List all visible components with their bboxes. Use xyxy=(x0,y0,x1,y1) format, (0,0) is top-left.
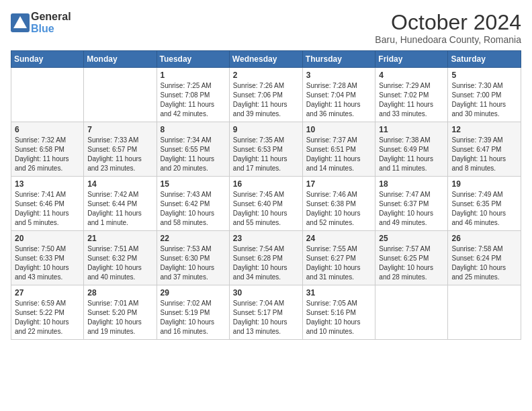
day-info: Sunrise: 7:28 AMSunset: 7:04 PMDaylight:… xyxy=(306,81,372,119)
day-number: 20 xyxy=(15,234,80,243)
calendar-cell: 16Sunrise: 7:45 AMSunset: 6:40 PMDayligh… xyxy=(229,177,302,231)
day-number: 17 xyxy=(306,179,372,189)
day-number: 22 xyxy=(161,234,226,243)
week-row-1: 1Sunrise: 7:25 AMSunset: 7:08 PMDaylight… xyxy=(11,68,521,122)
day-info: Sunrise: 7:32 AMSunset: 6:58 PMDaylight:… xyxy=(15,136,80,173)
title-area: October 2024 Baru, Hunedoara County, Rom… xyxy=(375,11,521,45)
day-info: Sunrise: 7:41 AMSunset: 6:46 PMDaylight:… xyxy=(15,190,80,228)
calendar-cell: 9Sunrise: 7:35 AMSunset: 6:53 PMDaylight… xyxy=(229,122,302,177)
calendar-cell: 20Sunrise: 7:50 AMSunset: 6:33 PMDayligh… xyxy=(11,231,84,285)
day-info: Sunrise: 7:47 AMSunset: 6:37 PMDaylight:… xyxy=(379,190,444,228)
week-row-3: 13Sunrise: 7:41 AMSunset: 6:46 PMDayligh… xyxy=(11,177,521,231)
calendar-cell: 31Sunrise: 7:05 AMSunset: 5:16 PMDayligh… xyxy=(302,285,375,340)
calendar-cell: 29Sunrise: 7:02 AMSunset: 5:19 PMDayligh… xyxy=(157,285,229,340)
day-info: Sunrise: 7:57 AMSunset: 6:25 PMDaylight:… xyxy=(379,244,444,282)
weekday-header-thursday: Thursday xyxy=(302,51,375,68)
day-number: 29 xyxy=(161,288,226,298)
day-info: Sunrise: 7:35 AMSunset: 6:53 PMDaylight:… xyxy=(233,136,299,173)
day-number: 24 xyxy=(306,234,372,243)
day-number: 13 xyxy=(15,179,80,189)
calendar-cell: 13Sunrise: 7:41 AMSunset: 6:46 PMDayligh… xyxy=(11,177,84,231)
calendar-cell: 5Sunrise: 7:30 AMSunset: 7:00 PMDaylight… xyxy=(448,68,521,122)
weekday-header-row: SundayMondayTuesdayWednesdayThursdayFrid… xyxy=(11,51,521,68)
day-info: Sunrise: 7:58 AMSunset: 6:24 PMDaylight:… xyxy=(451,244,517,282)
calendar-cell: 2Sunrise: 7:26 AMSunset: 7:06 PMDaylight… xyxy=(229,68,302,122)
logo-general-text: General xyxy=(31,11,71,23)
calendar-cell: 24Sunrise: 7:55 AMSunset: 6:27 PMDayligh… xyxy=(302,231,375,285)
day-number: 21 xyxy=(87,234,152,243)
weekday-header-tuesday: Tuesday xyxy=(157,51,229,68)
day-number: 1 xyxy=(161,71,226,80)
day-number: 15 xyxy=(161,179,226,189)
day-info: Sunrise: 7:25 AMSunset: 7:08 PMDaylight:… xyxy=(161,81,226,119)
day-number: 10 xyxy=(306,125,372,134)
day-number: 25 xyxy=(379,234,444,243)
calendar-cell: 11Sunrise: 7:38 AMSunset: 6:49 PMDayligh… xyxy=(375,122,448,177)
calendar-cell: 28Sunrise: 7:01 AMSunset: 5:20 PMDayligh… xyxy=(84,285,157,340)
day-info: Sunrise: 7:51 AMSunset: 6:32 PMDaylight:… xyxy=(87,244,152,282)
day-info: Sunrise: 7:43 AMSunset: 6:42 PMDaylight:… xyxy=(161,190,226,228)
calendar-cell: 27Sunrise: 6:59 AMSunset: 5:22 PMDayligh… xyxy=(11,285,84,340)
weekday-header-monday: Monday xyxy=(84,51,157,68)
calendar-cell: 21Sunrise: 7:51 AMSunset: 6:32 PMDayligh… xyxy=(84,231,157,285)
day-number: 12 xyxy=(451,125,517,134)
day-number: 19 xyxy=(451,179,517,189)
day-number: 6 xyxy=(15,125,80,134)
day-number: 16 xyxy=(233,179,299,189)
day-info: Sunrise: 7:49 AMSunset: 6:35 PMDaylight:… xyxy=(451,190,517,228)
day-info: Sunrise: 7:55 AMSunset: 6:27 PMDaylight:… xyxy=(306,244,372,282)
day-info: Sunrise: 7:39 AMSunset: 6:47 PMDaylight:… xyxy=(451,136,517,173)
week-row-5: 27Sunrise: 6:59 AMSunset: 5:22 PMDayligh… xyxy=(11,285,521,340)
day-info: Sunrise: 7:38 AMSunset: 6:49 PMDaylight:… xyxy=(379,136,444,173)
day-info: Sunrise: 7:53 AMSunset: 6:30 PMDaylight:… xyxy=(161,244,226,282)
calendar-cell: 7Sunrise: 7:33 AMSunset: 6:57 PMDaylight… xyxy=(84,122,157,177)
calendar-cell: 30Sunrise: 7:04 AMSunset: 5:17 PMDayligh… xyxy=(229,285,302,340)
header: General Blue October 2024 Baru, Hunedoar… xyxy=(11,11,521,45)
day-info: Sunrise: 7:37 AMSunset: 6:51 PMDaylight:… xyxy=(306,136,372,173)
day-number: 18 xyxy=(379,179,444,189)
logo-blue-text: Blue xyxy=(31,23,71,35)
calendar-cell xyxy=(84,68,157,122)
day-number: 30 xyxy=(233,288,299,298)
week-row-4: 20Sunrise: 7:50 AMSunset: 6:33 PMDayligh… xyxy=(11,231,521,285)
day-info: Sunrise: 7:04 AMSunset: 5:17 PMDaylight:… xyxy=(233,299,299,336)
day-info: Sunrise: 7:34 AMSunset: 6:55 PMDaylight:… xyxy=(161,136,226,173)
day-number: 4 xyxy=(379,71,444,80)
calendar-cell: 15Sunrise: 7:43 AMSunset: 6:42 PMDayligh… xyxy=(157,177,229,231)
day-info: Sunrise: 7:50 AMSunset: 6:33 PMDaylight:… xyxy=(15,244,80,282)
day-info: Sunrise: 7:26 AMSunset: 7:06 PMDaylight:… xyxy=(233,81,299,119)
day-info: Sunrise: 7:05 AMSunset: 5:16 PMDaylight:… xyxy=(306,299,372,336)
calendar-table: SundayMondayTuesdayWednesdayThursdayFrid… xyxy=(11,50,521,340)
day-number: 14 xyxy=(87,179,152,189)
calendar-cell: 19Sunrise: 7:49 AMSunset: 6:35 PMDayligh… xyxy=(448,177,521,231)
calendar-cell: 25Sunrise: 7:57 AMSunset: 6:25 PMDayligh… xyxy=(375,231,448,285)
calendar-cell: 12Sunrise: 7:39 AMSunset: 6:47 PMDayligh… xyxy=(448,122,521,177)
week-row-2: 6Sunrise: 7:32 AMSunset: 6:58 PMDaylight… xyxy=(11,122,521,177)
day-info: Sunrise: 7:29 AMSunset: 7:02 PMDaylight:… xyxy=(379,81,444,119)
day-number: 9 xyxy=(233,125,299,134)
day-number: 28 xyxy=(87,288,152,298)
day-info: Sunrise: 7:46 AMSunset: 6:38 PMDaylight:… xyxy=(306,190,372,228)
calendar-cell: 26Sunrise: 7:58 AMSunset: 6:24 PMDayligh… xyxy=(448,231,521,285)
location-title: Baru, Hunedoara County, Romania xyxy=(375,34,521,45)
day-info: Sunrise: 6:59 AMSunset: 5:22 PMDaylight:… xyxy=(15,299,80,336)
calendar-cell: 1Sunrise: 7:25 AMSunset: 7:08 PMDaylight… xyxy=(157,68,229,122)
calendar-cell xyxy=(448,285,521,340)
day-number: 3 xyxy=(306,71,372,80)
month-title: October 2024 xyxy=(375,11,521,34)
calendar-body: 1Sunrise: 7:25 AMSunset: 7:08 PMDaylight… xyxy=(11,68,521,340)
weekday-header-wednesday: Wednesday xyxy=(229,51,302,68)
day-number: 7 xyxy=(87,125,152,134)
calendar-cell: 17Sunrise: 7:46 AMSunset: 6:38 PMDayligh… xyxy=(302,177,375,231)
day-number: 23 xyxy=(233,234,299,243)
logo: General Blue xyxy=(11,11,71,35)
day-info: Sunrise: 7:01 AMSunset: 5:20 PMDaylight:… xyxy=(87,299,152,336)
day-number: 27 xyxy=(15,288,80,298)
day-number: 8 xyxy=(161,125,226,134)
calendar-cell: 22Sunrise: 7:53 AMSunset: 6:30 PMDayligh… xyxy=(157,231,229,285)
day-number: 5 xyxy=(451,71,517,80)
day-number: 2 xyxy=(233,71,299,80)
day-info: Sunrise: 7:33 AMSunset: 6:57 PMDaylight:… xyxy=(87,136,152,173)
calendar-cell: 3Sunrise: 7:28 AMSunset: 7:04 PMDaylight… xyxy=(302,68,375,122)
weekday-header-saturday: Saturday xyxy=(448,51,521,68)
